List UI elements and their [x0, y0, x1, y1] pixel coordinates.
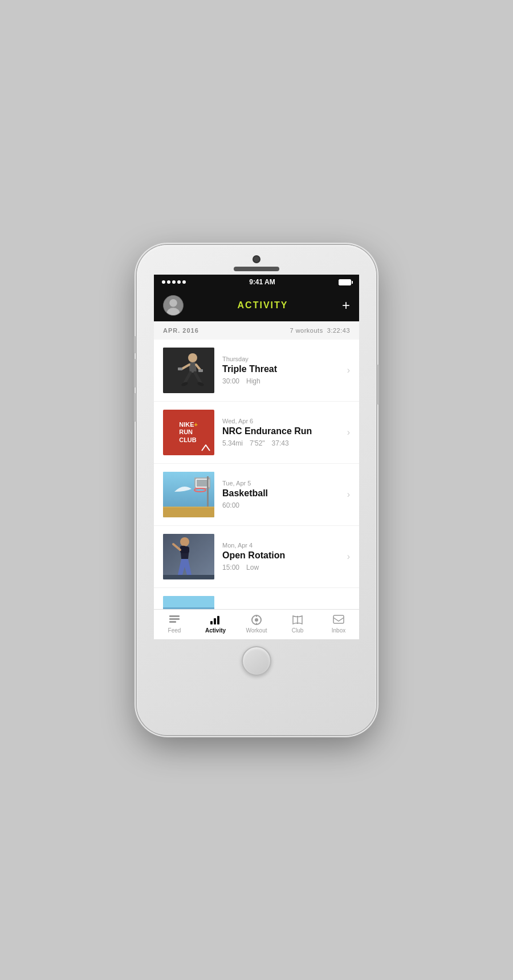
- svg-point-1: [169, 299, 177, 307]
- svg-rect-31: [169, 621, 176, 623]
- activity-thumb-3: [163, 472, 214, 517]
- nav-item-activity[interactable]: Activity: [198, 614, 233, 634]
- svg-rect-24: [180, 546, 189, 553]
- svg-point-23: [180, 537, 189, 546]
- nav-item-workout[interactable]: Workout: [239, 614, 274, 634]
- activity-name-4: Open Rotation: [222, 550, 339, 561]
- chevron-icon-3: ›: [347, 489, 350, 500]
- side-button-vol-up: [134, 359, 136, 387]
- meta-duration-4: 15:00: [222, 564, 239, 571]
- svg-rect-30: [169, 618, 180, 620]
- phone-top-bar: [137, 245, 376, 271]
- svg-point-4: [188, 353, 197, 362]
- phone-device: 9:41 AM ACTIVITY + APR. 2016 7 workouts …: [137, 245, 376, 735]
- club-icon: [291, 614, 304, 626]
- side-button-vol-down: [134, 393, 136, 422]
- workout-icon: [250, 614, 263, 626]
- activity-thumb-5: [163, 596, 214, 609]
- meta-pace-2: 7'52": [250, 439, 265, 447]
- nav-label-inbox: Inbox: [332, 627, 345, 634]
- nav-item-feed[interactable]: Feed: [157, 614, 192, 634]
- activity-item-nrc-run[interactable]: NIKE+RUNCLUB/ Wed, Apr 6 NRC Endurance R…: [154, 402, 359, 464]
- nav-item-club[interactable]: Club: [280, 614, 315, 634]
- status-time: 9:41 AM: [249, 278, 275, 286]
- svg-rect-29: [169, 615, 180, 617]
- chevron-icon-2: ›: [347, 427, 350, 438]
- svg-rect-3: [163, 348, 214, 393]
- thumb-image-4: [163, 534, 214, 579]
- signal-dot-5: [182, 280, 186, 284]
- month-stats: 7 workouts 3:22:43: [290, 327, 350, 334]
- speaker-grille: [234, 267, 279, 271]
- activity-meta-4: 15:00 Low: [222, 564, 339, 571]
- signal-dot-3: [172, 280, 176, 284]
- signal-indicator: [162, 280, 186, 284]
- activity-info-4: Mon, Apr 4 Open Rotation 15:00 Low: [222, 542, 339, 571]
- activity-day-2: Wed, Apr 6: [222, 418, 339, 424]
- nav-label-club: Club: [292, 627, 304, 634]
- activity-meta-2: 5.34mi 7'52" 37:43: [222, 439, 339, 447]
- svg-rect-34: [217, 616, 219, 624]
- signal-dot-1: [162, 280, 165, 284]
- chevron-icon-4: ›: [347, 552, 350, 562]
- thumb-image-5: [163, 596, 214, 609]
- month-label: APR. 2016: [163, 327, 199, 334]
- svg-rect-26: [163, 575, 214, 579]
- activity-item-triple-threat[interactable]: Thursday Triple Threat 30:00 High ›: [154, 340, 359, 402]
- user-avatar[interactable]: [163, 295, 184, 316]
- battery-indicator: [339, 279, 351, 285]
- signal-dot-2: [167, 280, 170, 284]
- svg-rect-20: [163, 507, 214, 517]
- phone-screen: 9:41 AM ACTIVITY + APR. 2016 7 workouts …: [154, 275, 359, 639]
- svg-rect-33: [214, 618, 216, 624]
- activity-item-basketball[interactable]: Tue, Apr 5 Basketball 60:00 ›: [154, 464, 359, 526]
- meta-intensity-1: High: [246, 377, 260, 385]
- activity-icon: [209, 614, 222, 626]
- nrc-logo-text: NIKE+RUNCLUB/: [176, 418, 202, 447]
- activity-info-3: Tue, Apr 5 Basketball 60:00: [222, 480, 339, 509]
- activities-list: Thursday Triple Threat 30:00 High › NIKE…: [154, 340, 359, 609]
- home-button[interactable]: [242, 646, 271, 676]
- svg-point-36: [255, 618, 258, 622]
- activity-thumb-4: [163, 534, 214, 579]
- side-button-mute: [134, 336, 136, 353]
- activity-info-1: Thursday Triple Threat 30:00 High: [222, 356, 339, 385]
- svg-rect-40: [333, 615, 344, 623]
- meta-duration-1: 30:00: [222, 377, 239, 385]
- svg-rect-28: [163, 607, 214, 609]
- svg-rect-32: [210, 621, 213, 624]
- feed-icon: [168, 614, 181, 626]
- activity-name-3: Basketball: [222, 488, 339, 499]
- bottom-nav: Feed Activity: [154, 609, 359, 639]
- inbox-icon: [332, 614, 345, 626]
- activity-thumb-1: [163, 348, 214, 393]
- side-button-power: [377, 365, 379, 405]
- thumb-image-1: [163, 348, 214, 393]
- add-button[interactable]: +: [342, 299, 350, 312]
- nav-item-inbox[interactable]: Inbox: [321, 614, 356, 634]
- activity-name-1: Triple Threat: [222, 364, 339, 374]
- chevron-icon-1: ›: [347, 365, 350, 375]
- month-header: APR. 2016 7 workouts 3:22:43: [154, 321, 359, 340]
- activity-meta-1: 30:00 High: [222, 377, 339, 385]
- svg-rect-13: [198, 369, 203, 372]
- activity-item-open-rotation[interactable]: Mon, Apr 4 Open Rotation 15:00 Low ›: [154, 526, 359, 588]
- activity-meta-3: 60:00: [222, 501, 339, 509]
- nav-label-workout: Workout: [246, 627, 267, 634]
- page-title: ACTIVITY: [238, 300, 288, 311]
- meta-duration-3: 60:00: [222, 501, 239, 509]
- thumb-image-3: [163, 472, 214, 517]
- activity-thumb-2: NIKE+RUNCLUB/: [163, 410, 214, 455]
- activity-name-2: NRC Endurance Run: [222, 426, 339, 436]
- workout-count: 7 workouts: [290, 327, 323, 334]
- svg-rect-27: [163, 596, 214, 609]
- total-duration: 3:22:43: [327, 327, 350, 334]
- nav-label-activity: Activity: [205, 627, 226, 634]
- meta-distance-2: 5.34mi: [222, 439, 243, 447]
- thumb-image-2: NIKE+RUNCLUB/: [163, 410, 214, 455]
- meta-intensity-4: Low: [246, 564, 259, 571]
- signal-dot-4: [177, 280, 181, 284]
- activity-item-5[interactable]: [154, 588, 359, 609]
- activity-day-1: Thursday: [222, 356, 339, 362]
- activity-day-3: Tue, Apr 5: [222, 480, 339, 487]
